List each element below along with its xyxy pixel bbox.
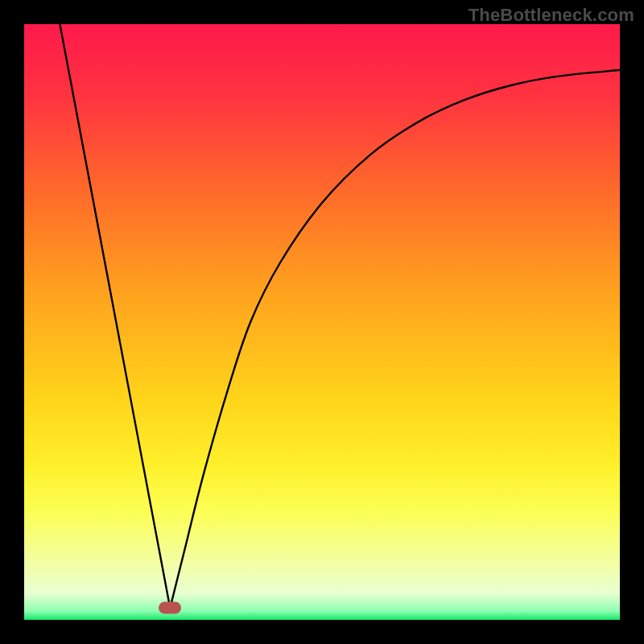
minimum-marker [159, 602, 181, 614]
watermark-text: TheBottleneck.com [469, 5, 634, 26]
plot-area [24, 24, 620, 620]
curve-layer [24, 24, 620, 620]
chart-frame: TheBottleneck.com [0, 0, 644, 644]
gradient-background [24, 24, 620, 620]
